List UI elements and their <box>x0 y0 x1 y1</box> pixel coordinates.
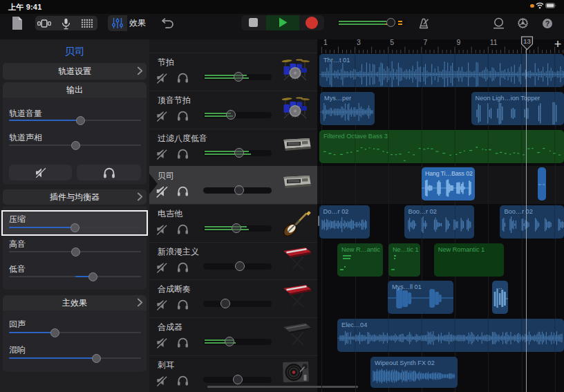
svg-text:13: 13 <box>523 37 531 44</box>
